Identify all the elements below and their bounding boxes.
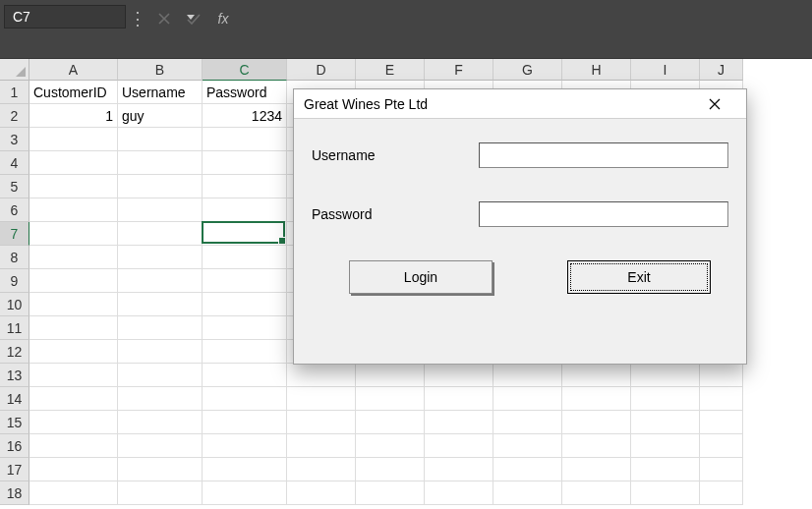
row-header-5[interactable]: 5 xyxy=(0,175,29,198)
cell-I13[interactable] xyxy=(631,364,700,387)
column-header-I[interactable]: I xyxy=(631,59,700,81)
cell-D17[interactable] xyxy=(287,458,356,481)
cell-C6[interactable] xyxy=(203,198,287,222)
cell-I17[interactable] xyxy=(631,458,700,481)
cell-A4[interactable] xyxy=(29,151,118,175)
cell-H14[interactable] xyxy=(562,387,631,411)
cell-G17[interactable] xyxy=(493,458,562,481)
cell-C14[interactable] xyxy=(203,387,287,411)
cell-E14[interactable] xyxy=(356,387,425,411)
row-header-3[interactable]: 3 xyxy=(0,128,29,151)
row-headers[interactable]: 123456789101112131415161718 xyxy=(0,81,29,505)
cell-J18[interactable] xyxy=(700,481,743,505)
cell-A17[interactable] xyxy=(29,458,118,481)
cell-B18[interactable] xyxy=(118,481,203,505)
cell-C5[interactable] xyxy=(203,175,287,198)
cell-A1[interactable]: CustomerID xyxy=(29,81,118,104)
formula-input[interactable] xyxy=(238,4,812,33)
cell-H17[interactable] xyxy=(562,458,631,481)
cell-B4[interactable] xyxy=(118,151,203,175)
cell-B15[interactable] xyxy=(118,411,203,434)
row-header-7[interactable]: 7 xyxy=(0,222,29,246)
cell-A11[interactable] xyxy=(29,316,118,340)
cell-G18[interactable] xyxy=(493,481,562,505)
cell-B1[interactable]: Username xyxy=(118,81,203,104)
cell-A13[interactable] xyxy=(29,364,118,387)
cell-J17[interactable] xyxy=(700,458,743,481)
cell-A14[interactable] xyxy=(29,387,118,411)
cell-J14[interactable] xyxy=(700,387,743,411)
cell-B9[interactable] xyxy=(118,269,203,293)
column-header-B[interactable]: B xyxy=(118,59,203,81)
cell-A12[interactable] xyxy=(29,340,118,364)
cell-G15[interactable] xyxy=(493,411,562,434)
cell-A7[interactable] xyxy=(29,222,118,246)
cell-H16[interactable] xyxy=(562,434,631,458)
cell-H15[interactable] xyxy=(562,411,631,434)
row-header-11[interactable]: 11 xyxy=(0,316,29,340)
row-header-12[interactable]: 12 xyxy=(0,340,29,364)
cell-C4[interactable] xyxy=(203,151,287,175)
cell-J15[interactable] xyxy=(700,411,743,434)
cell-A16[interactable] xyxy=(29,434,118,458)
cell-E16[interactable] xyxy=(356,434,425,458)
cell-B13[interactable] xyxy=(118,364,203,387)
cell-C10[interactable] xyxy=(203,293,287,316)
cell-I15[interactable] xyxy=(631,411,700,434)
cell-D15[interactable] xyxy=(287,411,356,434)
cell-A10[interactable] xyxy=(29,293,118,316)
row-header-8[interactable]: 8 xyxy=(0,246,29,269)
cell-C11[interactable] xyxy=(203,316,287,340)
cell-J16[interactable] xyxy=(700,434,743,458)
column-header-J[interactable]: J xyxy=(700,59,743,81)
select-all-corner[interactable] xyxy=(0,59,29,81)
column-header-D[interactable]: D xyxy=(287,59,356,81)
row-header-17[interactable]: 17 xyxy=(0,458,29,481)
cell-A9[interactable] xyxy=(29,269,118,293)
cell-F16[interactable] xyxy=(425,434,493,458)
cell-F17[interactable] xyxy=(425,458,493,481)
cell-C13[interactable] xyxy=(203,364,287,387)
column-headers[interactable]: ABCDEFGHIJ xyxy=(29,59,743,81)
cell-C15[interactable] xyxy=(203,411,287,434)
cell-B14[interactable] xyxy=(118,387,203,411)
row-header-6[interactable]: 6 xyxy=(0,198,29,222)
row-header-13[interactable]: 13 xyxy=(0,364,29,387)
cell-J13[interactable] xyxy=(700,364,743,387)
cell-G13[interactable] xyxy=(493,364,562,387)
row-header-15[interactable]: 15 xyxy=(0,411,29,434)
cell-G16[interactable] xyxy=(493,434,562,458)
cell-C1[interactable]: Password xyxy=(203,81,287,104)
cell-B2[interactable]: guy xyxy=(118,104,203,128)
dialog-titlebar[interactable]: Great Wines Pte Ltd xyxy=(294,89,746,119)
login-button[interactable]: Login xyxy=(349,260,493,294)
cell-F18[interactable] xyxy=(425,481,493,505)
close-icon[interactable] xyxy=(693,90,736,118)
cell-I16[interactable] xyxy=(631,434,700,458)
fx-icon[interactable]: fx xyxy=(208,4,238,33)
cell-A8[interactable] xyxy=(29,246,118,269)
cell-C3[interactable] xyxy=(203,128,287,151)
cell-B11[interactable] xyxy=(118,316,203,340)
cell-C18[interactable] xyxy=(203,481,287,505)
column-header-A[interactable]: A xyxy=(29,59,118,81)
cell-C7[interactable] xyxy=(203,222,287,246)
cell-B3[interactable] xyxy=(118,128,203,151)
cell-A15[interactable] xyxy=(29,411,118,434)
vertical-dots-icon[interactable]: ⋮ xyxy=(126,4,149,33)
cell-F13[interactable] xyxy=(425,364,493,387)
row-header-4[interactable]: 4 xyxy=(0,151,29,175)
column-header-C[interactable]: C xyxy=(203,59,287,81)
cell-A18[interactable] xyxy=(29,481,118,505)
cell-C8[interactable] xyxy=(203,246,287,269)
row-header-10[interactable]: 10 xyxy=(0,293,29,316)
cell-A5[interactable] xyxy=(29,175,118,198)
cell-B17[interactable] xyxy=(118,458,203,481)
cell-B10[interactable] xyxy=(118,293,203,316)
cell-B12[interactable] xyxy=(118,340,203,364)
name-box-wrap[interactable] xyxy=(4,5,126,28)
cell-C2[interactable]: 1234 xyxy=(203,104,287,128)
cell-E13[interactable] xyxy=(356,364,425,387)
cell-E18[interactable] xyxy=(356,481,425,505)
exit-button[interactable]: Exit xyxy=(567,260,711,294)
